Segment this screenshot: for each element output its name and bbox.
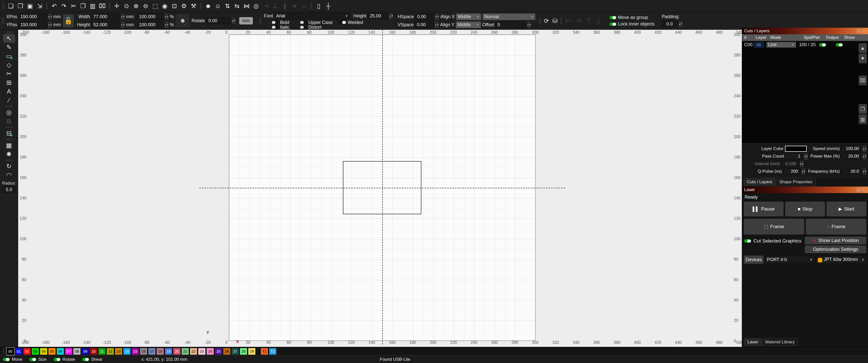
focus-target-icon[interactable]: ◎	[252, 1, 260, 10]
palette-swatch-12[interactable]: 12	[107, 348, 114, 355]
layer-mode-select[interactable]: Line▼	[766, 42, 796, 47]
palette-swatch-03[interactable]: 03	[32, 348, 39, 355]
uppercase-toggle[interactable]	[300, 21, 307, 25]
palette-swatch-10[interactable]: 10	[90, 348, 97, 355]
delete-icon[interactable]: ⌧	[98, 1, 106, 10]
width-percent-stepper[interactable]: ▲▼	[164, 13, 168, 20]
layer-row[interactable]: C00 00 Line▼ 100 / 20	[742, 41, 868, 48]
palette-swatch-13[interactable]: 13	[115, 348, 122, 355]
width-percent-input[interactable]	[137, 13, 163, 20]
vspace-input[interactable]	[415, 22, 434, 28]
speed-stepper[interactable]: ▲▼	[863, 145, 867, 152]
hspace-input[interactable]	[415, 13, 434, 20]
status-toggle-shear[interactable]: Shear	[82, 357, 102, 362]
drawn-rectangle[interactable]	[343, 161, 422, 214]
palette-swatch-11[interactable]: 11	[98, 348, 105, 355]
palette-swatch-00[interactable]: 00	[7, 348, 14, 355]
text-mode-select[interactable]: Normal▼	[483, 13, 535, 20]
pan-icon[interactable]: ✛	[113, 1, 121, 10]
design-canvas[interactable]: -200-200-180-180-160-160-140-140-120-120…	[18, 30, 742, 347]
toolbar-grip[interactable]	[2, 18, 4, 24]
status-toggle-switch[interactable]	[82, 358, 89, 362]
sidebar-grip[interactable]	[6, 138, 12, 140]
tab-material-library[interactable]: Material Library	[762, 338, 798, 346]
paste-icon[interactable]: ▥	[88, 1, 97, 10]
file-open-icon[interactable]: ❒	[16, 1, 25, 10]
trace-image-tool[interactable]: ↻	[3, 162, 15, 170]
bold-toggle[interactable]	[271, 21, 279, 25]
push-right-icon[interactable]: ⊣	[573, 17, 583, 25]
node-edit-tool[interactable]: ✂	[3, 70, 15, 78]
sidebar-grip[interactable]	[6, 159, 12, 161]
ungroup-icon[interactable]: ☺	[214, 1, 222, 10]
power-max-stepper[interactable]: ▲▼	[863, 153, 867, 160]
palette-swatch-23[interactable]: 23	[198, 348, 206, 355]
push-down-icon[interactable]: ⊥	[593, 17, 603, 25]
padding-stepper[interactable]: ▲▼	[679, 21, 683, 28]
palette-swatch-24[interactable]: 24	[207, 348, 214, 355]
grid-array-tool[interactable]: ▦	[3, 141, 15, 150]
ypos-input[interactable]	[19, 22, 47, 28]
toolbar-grip[interactable]	[2, 3, 4, 9]
paste-layer-button[interactable]: ▥	[859, 114, 867, 124]
start-button[interactable]: ▶Start	[827, 202, 866, 216]
palette-swatch-19[interactable]: 19	[165, 348, 172, 355]
file-import-icon[interactable]: ⇲	[35, 1, 44, 10]
rotate-input[interactable]	[207, 18, 230, 24]
qpulse-input[interactable]	[783, 168, 800, 174]
frequency-stepper[interactable]: ▲▼	[863, 168, 867, 175]
pass-count-stepper[interactable]: ▲▼	[804, 153, 808, 160]
status-toggle-switch[interactable]	[29, 358, 37, 362]
float-panel-icon[interactable]: ⧉	[857, 188, 861, 192]
push-up-icon[interactable]: ⊤	[583, 17, 593, 25]
zoom-in-icon[interactable]: ⊕	[132, 1, 140, 10]
refresh-icon[interactable]: ⟳	[542, 16, 551, 26]
palette-swatch-17[interactable]: 17	[148, 348, 155, 355]
align-x-select[interactable]: Middle▼	[456, 13, 481, 20]
rectangle-tool[interactable]: ▭	[3, 52, 15, 60]
port-select[interactable]: PORT #:0▼	[765, 256, 814, 264]
layer-list-empty[interactable]	[742, 48, 868, 143]
palette-swatch-27[interactable]: 27	[231, 348, 239, 355]
delete-layer-button[interactable]: ⌧	[859, 76, 867, 85]
cut-selected-toggle[interactable]	[744, 239, 751, 243]
speed-input[interactable]	[841, 146, 861, 152]
palette-swatch-18[interactable]: 18	[157, 348, 164, 355]
tab-shape-properties[interactable]: Shape Properties	[776, 178, 815, 186]
close-panel-icon[interactable]: ✕	[862, 188, 866, 192]
font-select[interactable]: Arial▼	[274, 12, 350, 20]
status-toggle-rotate[interactable]: Rotate	[53, 357, 75, 362]
close-panel-icon[interactable]: ✕	[862, 29, 866, 33]
palette-swatch-09[interactable]: 09	[82, 348, 89, 355]
measure-tool[interactable]: ∕	[3, 96, 15, 104]
lock-aspect-button[interactable]: 🔓	[63, 14, 74, 28]
status-toggle-size[interactable]: Size	[29, 357, 47, 362]
distort-toggle[interactable]	[300, 25, 307, 29]
toolbar-grip[interactable]	[560, 18, 562, 24]
frame-select-tool[interactable]: ⊞	[3, 78, 15, 87]
toolbar-grip[interactable]	[259, 18, 261, 24]
stop-button[interactable]: ■Stop	[785, 202, 825, 216]
units-button[interactable]: mm	[239, 17, 253, 25]
toolbar-grip[interactable]	[200, 3, 202, 9]
font-height-input[interactable]	[368, 12, 388, 20]
move-as-group-toggle[interactable]	[609, 15, 617, 20]
resize-icon[interactable]: ⇔	[300, 1, 308, 10]
text-tool[interactable]: A	[3, 87, 15, 96]
toolbar-grip[interactable]	[46, 3, 48, 9]
height-percent-input[interactable]	[137, 22, 163, 28]
palette-grip[interactable]	[2, 348, 4, 355]
position-crosshair-icon[interactable]: ┼	[324, 1, 333, 10]
group-icon[interactable]: ☻	[204, 1, 213, 10]
status-toggle-move[interactable]: Move	[2, 357, 23, 362]
boolean-union-tool[interactable]: ⧉	[3, 117, 15, 125]
file-new-icon[interactable]: ❏	[6, 1, 15, 10]
palette-swatch-08[interactable]: 08	[73, 348, 81, 355]
height-input[interactable]	[91, 22, 120, 28]
variable-text-icon[interactable]: ⛁	[551, 16, 559, 26]
tab-cuts-layers[interactable]: Cuts / Layers	[744, 178, 775, 186]
italic-toggle[interactable]	[271, 25, 279, 29]
move-layer-up-button[interactable]: ▲	[859, 43, 867, 53]
distribute-horizontal-icon[interactable]: ∥	[281, 1, 289, 10]
tab-laser[interactable]: Laser	[744, 338, 762, 346]
